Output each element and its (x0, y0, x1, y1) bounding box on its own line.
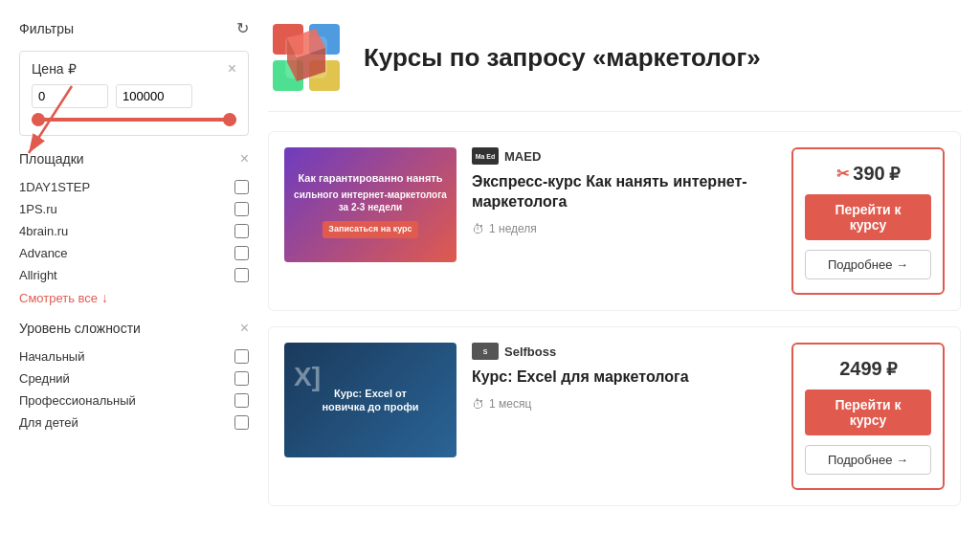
difficulty-item-medium: Средний (19, 367, 249, 389)
platform-label-1ps: 1PS.ru (19, 202, 57, 216)
difficulty-title: Уровень сложности (19, 321, 141, 336)
course-info-2: S Selfboss Курс: Excel для маркетолога ⏱… (472, 343, 776, 490)
provider-logo-maed: Ma Ed (472, 147, 499, 165)
course-price-block-2: 2499 ₽ Перейти к курсу Подробнее → (791, 343, 945, 490)
course-provider-2: S Selfboss (472, 343, 776, 360)
platforms-header: Площадки × (19, 151, 249, 167)
difficulty-label-beginner: Начальный (19, 349, 84, 364)
difficulty-checkbox-beginner[interactable] (234, 349, 249, 364)
price-filter-title: Цена ₽ (32, 61, 77, 77)
sidebar-header: Фильтры ↻ (19, 19, 249, 37)
platforms-section: Площадки × 1DAY1STEP 1PS.ru 4brain.ru Ad… (19, 151, 249, 305)
price-line-1: ✂ 390 ₽ (836, 163, 899, 185)
main-title: Курсы по запросу «маркетолог» (364, 43, 761, 73)
discount-icon-1: ✂ (836, 165, 849, 183)
platform-checkbox-advance[interactable] (234, 246, 249, 260)
platform-item-1day1step: 1DAY1STEP (19, 176, 249, 198)
course-thumbnail-1: Как гарантированно нанять сильного интер… (284, 147, 457, 262)
difficulty-item-pro: Профессиональный (19, 389, 249, 412)
platform-checkbox-1ps[interactable] (234, 202, 249, 216)
course-duration-2: ⏱ 1 месяц (472, 397, 776, 412)
platform-checkbox-1day1step[interactable] (234, 180, 249, 194)
duration-text-1: 1 неделя (489, 222, 537, 235)
platform-label-4brain: 4brain.ru (19, 224, 68, 238)
main-header: Курсы по запросу «маркетолог» (268, 19, 961, 112)
course-card-2: X] Курс: Excel от новичка до профи S Sel… (268, 326, 961, 506)
thumb-maed-text: Как гарантированно нанять сильного интер… (286, 164, 455, 246)
provider-logo-selfboss: S (472, 343, 499, 360)
go-to-course-button-1[interactable]: Перейти к курсу (805, 194, 931, 240)
difficulty-header: Уровень сложности × (19, 321, 249, 336)
price-line-2: 2499 ₽ (839, 358, 897, 380)
price-filter-close[interactable]: × (228, 61, 236, 77)
range-thumb-left[interactable] (32, 113, 45, 126)
price-range-slider[interactable] (32, 118, 236, 122)
price-inputs (32, 84, 236, 108)
platform-item-1ps: 1PS.ru (19, 198, 249, 220)
details-button-1[interactable]: Подробнее → (805, 250, 931, 279)
provider-code-selfboss: S (483, 348, 488, 355)
clock-icon-1: ⏱ (472, 222, 484, 236)
price-max-input[interactable] (116, 84, 192, 108)
details-button-2[interactable]: Подробнее → (805, 445, 931, 475)
difficulty-close[interactable]: × (240, 321, 249, 336)
price-min-input[interactable] (32, 84, 108, 108)
platform-item-advance: Advance (19, 242, 249, 264)
platform-item-4brain: 4brain.ru (19, 220, 249, 242)
difficulty-item-beginner: Начальный (19, 345, 249, 367)
go-to-course-button-2[interactable]: Перейти к курсу (805, 389, 931, 435)
difficulty-label-medium: Средний (19, 371, 70, 386)
difficulty-checkbox-kids[interactable] (234, 415, 249, 430)
sidebar-title: Фильтры (19, 21, 74, 36)
course-title-1: Экспресс-курс Как нанять интернет-маркет… (472, 172, 776, 212)
platform-item-allright: Allright (19, 264, 249, 286)
duration-text-2: 1 месяц (489, 397, 531, 411)
sidebar: Фильтры ↻ Цена ₽ × Площадки × (19, 19, 249, 522)
clock-icon-2: ⏱ (472, 397, 484, 412)
price-filter-header: Цена ₽ × (32, 61, 236, 77)
platform-label-1day1step: 1DAY1STEP (19, 180, 90, 194)
platforms-close[interactable]: × (240, 151, 249, 167)
course-provider-1: Ma Ed MAED (472, 147, 776, 165)
difficulty-item-kids: Для детей (19, 412, 249, 434)
course-duration-1: ⏱ 1 неделя (472, 222, 776, 236)
platform-label-advance: Advance (19, 246, 68, 260)
difficulty-section: Уровень сложности × Начальный Средний Пр… (19, 321, 249, 434)
difficulty-label-kids: Для детей (19, 415, 78, 430)
platform-checkbox-allright[interactable] (234, 268, 249, 282)
range-thumb-right[interactable] (223, 113, 236, 126)
price-value-1: 390 (853, 163, 884, 185)
provider-name-selfboss: Selfboss (504, 345, 556, 359)
price-filter-section: Цена ₽ × (19, 51, 249, 136)
show-all-platforms[interactable]: Смотреть все ↓ (19, 290, 249, 305)
difficulty-label-pro: Профессиональный (19, 393, 136, 408)
platform-checkbox-4brain[interactable] (234, 224, 249, 238)
header-logo (268, 19, 345, 96)
difficulty-checkbox-medium[interactable] (234, 371, 249, 386)
thumb-excel-text: Курс: Excel от новичка до профи (314, 379, 426, 422)
price-currency-2: ₽ (886, 359, 897, 380)
provider-code-maed: Ma Ed (476, 153, 496, 160)
refresh-icon[interactable]: ↻ (236, 19, 249, 37)
show-all-arrow-icon: ↓ (101, 290, 108, 305)
price-currency-1: ₽ (889, 164, 900, 185)
difficulty-checkbox-pro[interactable] (234, 393, 249, 408)
platform-label-allright: Allright (19, 268, 57, 282)
platforms-title: Площадки (19, 151, 84, 167)
course-info-1: Ma Ed MAED Экспресс-курс Как нанять инте… (472, 147, 776, 295)
provider-name-maed: MAED (504, 149, 541, 164)
course-title-2: Курс: Excel для маркетолога (472, 367, 776, 388)
price-value-2: 2499 (839, 358, 882, 380)
course-price-block-1: ✂ 390 ₽ Перейти к курсу Подробнее → (791, 147, 945, 295)
main-content: Курсы по запросу «маркетолог» Как гарант… (268, 19, 961, 522)
show-all-label: Смотреть все (19, 291, 98, 305)
course-thumbnail-2: X] Курс: Excel от новичка до профи (284, 343, 457, 457)
course-card-1: Как гарантированно нанять сильного интер… (268, 131, 961, 311)
